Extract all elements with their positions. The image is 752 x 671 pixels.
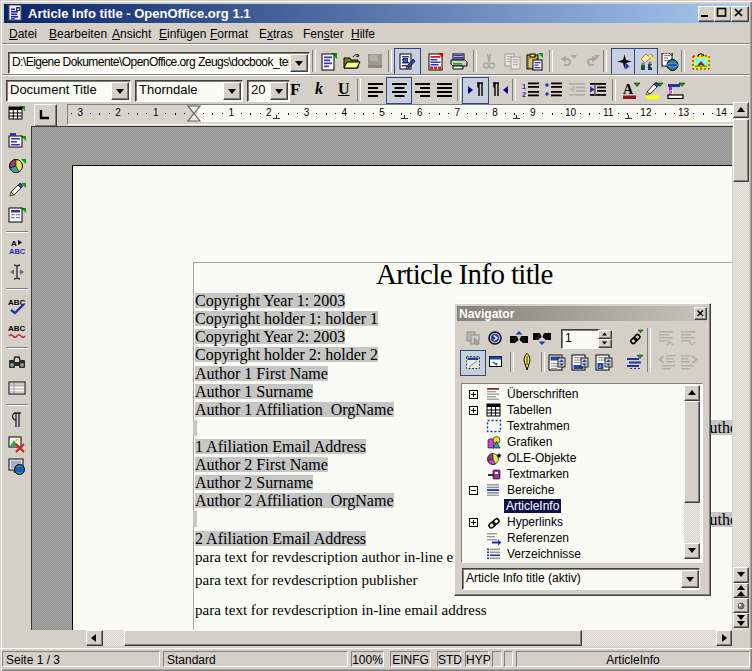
- svg-text:2: 2: [522, 91, 526, 98]
- svg-text:ABC: ABC: [8, 324, 26, 333]
- svg-text:1: 1: [522, 83, 526, 90]
- svg-text:♪: ♪: [599, 363, 602, 369]
- svg-text:g: g: [669, 88, 673, 96]
- svg-text:A: A: [623, 82, 634, 97]
- svg-text:ABC: ABC: [9, 247, 26, 256]
